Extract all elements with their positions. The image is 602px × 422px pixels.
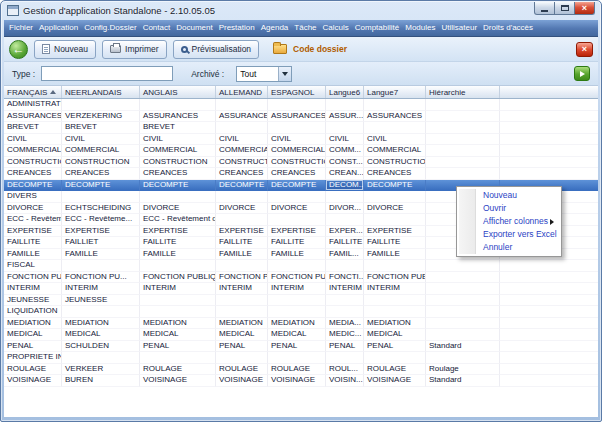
- table-row[interactable]: ASSURANCESVERZEKERINGASSURANCESASSURANCE…: [4, 111, 598, 123]
- table-cell[interactable]: MEDICAL: [364, 329, 426, 341]
- table-cell[interactable]: [426, 157, 500, 169]
- table-cell[interactable]: [364, 214, 426, 226]
- table-cell[interactable]: ECHTSCHEIDING: [62, 203, 140, 215]
- table-cell[interactable]: COMMERCIAL: [4, 145, 62, 157]
- table-cell[interactable]: DECOMPTE: [4, 180, 62, 192]
- table-cell[interactable]: ECC - Revêtement de...: [140, 214, 216, 226]
- table-cell[interactable]: FAILLITE: [268, 237, 326, 249]
- table-cell[interactable]: COMMERCIAL: [364, 145, 426, 157]
- table-cell[interactable]: PENAL: [216, 341, 268, 353]
- table-cell[interactable]: FONCTION P...: [216, 272, 268, 284]
- table-cell[interactable]: CREANCES: [140, 168, 216, 180]
- column-header-langue7[interactable]: Langue7: [364, 86, 426, 98]
- table-cell[interactable]: FAILLITE: [140, 237, 216, 249]
- menu-utilisateur[interactable]: Utilisateur: [438, 20, 480, 36]
- table-cell[interactable]: MEDICAL: [62, 329, 140, 341]
- table-cell[interactable]: BREVET: [140, 122, 216, 134]
- table-cell[interactable]: DECOMPTE: [216, 180, 268, 192]
- table-cell[interactable]: CONSTRUCTI...: [216, 157, 268, 169]
- table-cell[interactable]: [268, 352, 326, 364]
- table-cell[interactable]: FONCTION PUBLIQUE: [140, 272, 216, 284]
- table-cell[interactable]: DECOMPTE: [364, 180, 426, 192]
- code-dossier-link[interactable]: Code dossier: [293, 44, 347, 54]
- menu-modules[interactable]: Modules: [402, 20, 438, 36]
- table-cell[interactable]: CIVIL: [268, 134, 326, 146]
- back-button[interactable]: ←: [9, 40, 28, 59]
- table-cell[interactable]: DIVERS: [4, 191, 62, 203]
- table-cell[interactable]: [364, 295, 426, 307]
- table-cell[interactable]: CONST...: [326, 157, 364, 169]
- table-cell[interactable]: [426, 99, 500, 111]
- table-cell[interactable]: [426, 306, 500, 318]
- table-cell[interactable]: [140, 295, 216, 307]
- table-cell[interactable]: [426, 318, 500, 330]
- table-cell[interactable]: [140, 99, 216, 111]
- table-cell[interactable]: CREANCES: [364, 168, 426, 180]
- table-cell[interactable]: CONSTRUCTION: [268, 157, 326, 169]
- table-cell[interactable]: ECC - Revêteme...: [4, 214, 62, 226]
- table-cell[interactable]: [426, 111, 500, 123]
- table-cell[interactable]: Roulage: [426, 364, 500, 376]
- menu-contact[interactable]: Contact: [140, 20, 174, 36]
- table-cell[interactable]: [268, 122, 326, 134]
- column-header-anglais[interactable]: ANGLAIS: [140, 86, 216, 98]
- table-cell[interactable]: MEDIATION: [62, 318, 140, 330]
- table-cell[interactable]: FONCTION PUBLI...: [364, 272, 426, 284]
- table-cell[interactable]: PENAL: [4, 341, 62, 353]
- menu-droits-d-acc-s[interactable]: Droits d'accès: [480, 20, 536, 36]
- table-row[interactable]: COMMERCIALCOMMERCIALCOMMERCIALCOMMERCIAL…: [4, 145, 598, 157]
- menu-fichier[interactable]: Fichier: [6, 20, 36, 36]
- table-cell[interactable]: MEDICAL: [4, 329, 62, 341]
- menu-config-dossier[interactable]: Config.Dossier: [81, 20, 139, 36]
- table-cell[interactable]: DIVORCE: [364, 203, 426, 215]
- table-cell[interactable]: [216, 99, 268, 111]
- table-cell[interactable]: BREVET: [62, 122, 140, 134]
- table-cell[interactable]: ROULAGE: [4, 364, 62, 376]
- menu-agenda[interactable]: Agenda: [258, 20, 292, 36]
- table-cell[interactable]: EXPERTISE: [216, 226, 268, 238]
- table-cell[interactable]: ASSURANCES: [216, 111, 268, 123]
- table-cell[interactable]: [326, 122, 364, 134]
- table-cell[interactable]: [326, 306, 364, 318]
- table-cell[interactable]: [62, 99, 140, 111]
- table-row[interactable]: MEDIATIONMEDIATIONMEDIATIONMEDIATIONMEDI…: [4, 318, 598, 330]
- preview-button[interactable]: Prévisualisation: [173, 40, 260, 59]
- table-cell[interactable]: MEDICAL: [216, 329, 268, 341]
- table-cell[interactable]: PENAL: [364, 341, 426, 353]
- close-button[interactable]: ×: [574, 2, 595, 15]
- table-cell[interactable]: ROULAGE: [140, 364, 216, 376]
- table-cell[interactable]: [140, 306, 216, 318]
- table-cell[interactable]: EXPERTISE: [268, 226, 326, 238]
- table-cell[interactable]: [364, 306, 426, 318]
- table-cell[interactable]: INTERIM: [364, 283, 426, 295]
- table-cell[interactable]: INTERIM: [4, 283, 62, 295]
- table-cell[interactable]: CIVIL: [140, 134, 216, 146]
- table-cell[interactable]: DECOMPTE: [62, 180, 140, 192]
- table-cell[interactable]: CONSTRUCTION: [4, 157, 62, 169]
- table-cell[interactable]: [364, 352, 426, 364]
- table-cell[interactable]: CREANCES: [62, 168, 140, 180]
- table-row[interactable]: VOISINAGEBURENVOISINAGEVOISINAGEVOISINAG…: [4, 375, 598, 387]
- table-cell[interactable]: PENAL: [268, 341, 326, 353]
- table-cell[interactable]: CONSTRUCTION: [364, 157, 426, 169]
- table-cell[interactable]: MEDIATION: [140, 318, 216, 330]
- context-menu-item-afficher-colonnes[interactable]: Afficher colonnes: [459, 215, 559, 228]
- table-cell[interactable]: [326, 295, 364, 307]
- table-cell[interactable]: Standard: [426, 375, 500, 387]
- table-cell[interactable]: CONSTRUCTION: [140, 157, 216, 169]
- minimize-button[interactable]: [534, 2, 555, 15]
- table-row[interactable]: CONSTRUCTIONCONSTRUCTIONCONSTRUCTIONCONS…: [4, 157, 598, 169]
- context-menu-item-ouvrir[interactable]: Ouvrir: [459, 202, 559, 215]
- table-cell[interactable]: [268, 306, 326, 318]
- table-cell[interactable]: ASSURANCES: [4, 111, 62, 123]
- table-cell[interactable]: [326, 191, 364, 203]
- column-header-allemand[interactable]: ALLEMAND: [216, 86, 268, 98]
- table-cell[interactable]: ASSURANCES: [268, 111, 326, 123]
- table-cell[interactable]: PENAL: [140, 341, 216, 353]
- table-cell[interactable]: FONCTION PU...: [268, 272, 326, 284]
- table-row[interactable]: MEDICALMEDICALMEDICALMEDICALMEDICALMEDIC…: [4, 329, 598, 341]
- table-cell[interactable]: INTERIM: [326, 283, 364, 295]
- table-cell[interactable]: [426, 283, 500, 295]
- table-cell[interactable]: PROPRIETE INT...: [4, 352, 62, 364]
- table-cell[interactable]: DECOMPTE: [268, 180, 326, 192]
